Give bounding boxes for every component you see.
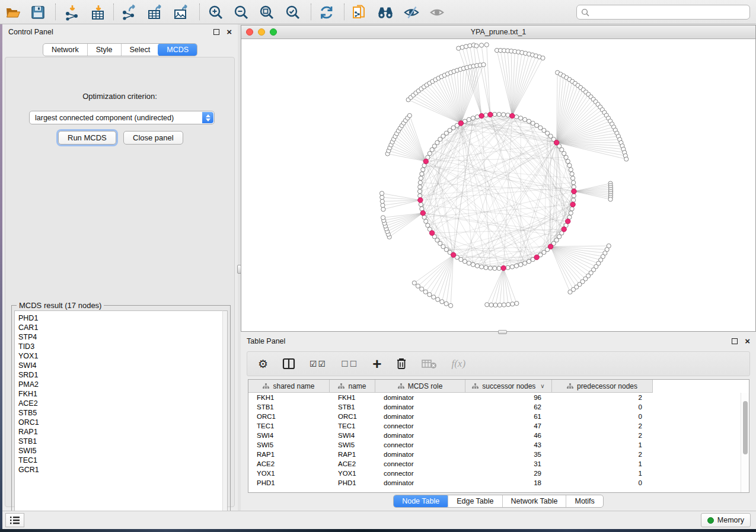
hide-selected-icon[interactable] bbox=[403, 4, 420, 21]
network-canvas[interactable] bbox=[241, 39, 755, 331]
table-row[interactable]: ORC1ORC1dominator610 bbox=[248, 412, 741, 421]
mcds-result-item[interactable]: GCR1 bbox=[18, 465, 227, 475]
import-table-icon[interactable] bbox=[90, 4, 107, 21]
save-session-icon[interactable] bbox=[30, 4, 46, 21]
table-row[interactable]: RAP1RAP1dominator352 bbox=[248, 450, 741, 459]
memory-button[interactable]: Memory bbox=[701, 513, 751, 527]
mcds-result-title: MCDS result (17 nodes) bbox=[17, 301, 104, 310]
network-window-titlebar[interactable]: YPA_prune.txt_1 bbox=[241, 25, 755, 39]
hierarchy-icon bbox=[567, 383, 573, 389]
mcds-result-item[interactable]: PMA2 bbox=[18, 380, 227, 389]
export-network-icon[interactable] bbox=[121, 4, 138, 21]
tab-network-table[interactable]: Network Table bbox=[502, 495, 566, 507]
column-header-MCDS-role[interactable]: MCDS role bbox=[375, 380, 465, 393]
column-header-name[interactable]: name bbox=[330, 380, 375, 393]
open-file-icon[interactable] bbox=[5, 4, 21, 21]
optimization-criterion-select[interactable]: largest connected component (undirected) bbox=[29, 111, 215, 124]
table-cell: SWI5 bbox=[330, 441, 375, 448]
mcds-result-item[interactable]: ORC1 bbox=[18, 418, 227, 427]
table-scrollbar[interactable] bbox=[741, 393, 749, 492]
table-row[interactable]: TEC1TEC1connector472 bbox=[248, 421, 741, 431]
table-body: FKH1FKH1dominator962STB1STB1dominator620… bbox=[248, 393, 741, 492]
table-cell: 0 bbox=[552, 479, 653, 486]
table-row[interactable]: SWI4SWI4dominator462 bbox=[248, 431, 741, 440]
mcds-result-item[interactable]: YOX1 bbox=[18, 351, 227, 361]
table-cell: TEC1 bbox=[330, 422, 375, 430]
table-cell: ORC1 bbox=[248, 413, 330, 420]
find-icon[interactable] bbox=[377, 4, 394, 21]
zoom-in-icon[interactable] bbox=[208, 4, 224, 21]
import-network-icon[interactable] bbox=[64, 4, 81, 21]
zoom-selected-icon[interactable] bbox=[285, 4, 301, 21]
mcds-result-item[interactable]: SRD1 bbox=[18, 370, 227, 380]
horizontal-splitter-handle[interactable] bbox=[498, 330, 507, 334]
node-table[interactable]: shared namenameMCDS rolesuccessor nodes∨… bbox=[248, 379, 749, 493]
task-history-button[interactable] bbox=[5, 513, 24, 527]
table-row[interactable]: SWI5SWI5connector431 bbox=[248, 440, 741, 450]
close-panel-icon[interactable]: × bbox=[227, 29, 232, 35]
close-panel-icon[interactable]: × bbox=[745, 338, 750, 344]
table-cell: ACE2 bbox=[248, 460, 330, 467]
mcds-result-item[interactable]: SWI5 bbox=[18, 446, 227, 456]
clone-network-icon[interactable] bbox=[351, 4, 368, 21]
mcds-result-item[interactable]: CAR1 bbox=[18, 323, 227, 332]
hierarchy-icon bbox=[398, 383, 404, 389]
tab-network[interactable]: Network bbox=[43, 44, 87, 56]
tab-select[interactable]: Select bbox=[121, 44, 159, 56]
table-cell: 2 bbox=[552, 432, 653, 439]
deselect-all-icon[interactable]: ☐☐ bbox=[341, 359, 358, 368]
tab-mcds[interactable]: MCDS bbox=[158, 43, 197, 56]
zoom-fit-icon[interactable] bbox=[259, 4, 275, 21]
float-window-icon[interactable] bbox=[732, 338, 738, 344]
mcds-result-item[interactable]: FKH1 bbox=[18, 389, 227, 399]
delete-column-icon[interactable] bbox=[395, 357, 407, 370]
column-header-predecessor-nodes[interactable]: predecessor nodes bbox=[552, 380, 653, 393]
tab-node-table[interactable]: Node Table bbox=[393, 495, 448, 508]
table-row[interactable]: STB1STB1dominator620 bbox=[248, 402, 741, 412]
show-all-icon[interactable] bbox=[429, 4, 445, 21]
mcds-result-item[interactable]: STB5 bbox=[18, 408, 227, 418]
tab-motifs[interactable]: Motifs bbox=[566, 495, 602, 507]
select-stepper-icon bbox=[202, 112, 213, 123]
run-mcds-button[interactable]: Run MCDS bbox=[58, 131, 116, 145]
search-field[interactable] bbox=[576, 5, 750, 20]
export-image-icon[interactable] bbox=[173, 4, 190, 21]
column-header-successor-nodes[interactable]: successor nodes∨ bbox=[465, 380, 552, 393]
show-columns-icon[interactable] bbox=[282, 358, 295, 370]
close-panel-button[interactable]: Close panel bbox=[123, 131, 183, 145]
add-column-icon[interactable]: + bbox=[372, 355, 381, 373]
table-row[interactable]: YOX1YOX1connector291 bbox=[248, 469, 741, 478]
search-input[interactable] bbox=[592, 8, 749, 17]
mcds-result-item[interactable]: STB1 bbox=[18, 437, 227, 446]
mcds-result-list[interactable]: PHD1CAR1STP4TID3YOX1SWI4SRD1PMA2FKH1ACE2… bbox=[14, 310, 228, 523]
mcds-result-item[interactable]: RAP1 bbox=[18, 427, 227, 437]
mcds-result-item[interactable]: SWI4 bbox=[18, 361, 227, 370]
tab-style[interactable]: Style bbox=[87, 44, 121, 56]
apply-layout-icon[interactable] bbox=[318, 4, 335, 21]
table-row[interactable]: PHD1PHD1dominator180 bbox=[248, 478, 741, 488]
mcds-list-scrollbar[interactable] bbox=[222, 310, 228, 523]
table-scrollbar-thumb[interactable] bbox=[743, 401, 748, 454]
mcds-result-item[interactable]: TEC1 bbox=[18, 456, 227, 465]
select-all-icon[interactable]: ☑☑ bbox=[310, 359, 327, 368]
toolbar-separator bbox=[113, 4, 114, 20]
memory-status-icon bbox=[707, 517, 714, 524]
desktop-wallpaper-edge bbox=[0, 24, 2, 529]
table-row[interactable]: FKH1FKH1dominator962 bbox=[248, 393, 741, 402]
zoom-out-icon[interactable] bbox=[233, 4, 250, 21]
mcds-result-item[interactable]: PHD1 bbox=[18, 313, 227, 323]
mcds-result-item[interactable]: ACE2 bbox=[18, 399, 227, 408]
table-cell: dominator bbox=[375, 451, 465, 458]
column-header-shared-name[interactable]: shared name bbox=[248, 380, 330, 393]
table-row[interactable]: ACE2ACE2connector311 bbox=[248, 459, 741, 469]
table-cell: 29 bbox=[465, 470, 552, 477]
mcds-result-item[interactable]: STP4 bbox=[18, 332, 227, 342]
float-window-icon[interactable] bbox=[213, 29, 219, 35]
table-settings-icon[interactable]: ⚙ bbox=[258, 357, 268, 371]
tab-edge-table[interactable]: Edge Table bbox=[448, 495, 502, 507]
control-panel-header: Control Panel × bbox=[2, 24, 238, 40]
table-cell: dominator bbox=[375, 413, 465, 420]
mcds-result-item[interactable]: TID3 bbox=[18, 342, 227, 351]
export-table-icon[interactable] bbox=[147, 4, 164, 21]
table-cell: 2 bbox=[552, 394, 653, 401]
